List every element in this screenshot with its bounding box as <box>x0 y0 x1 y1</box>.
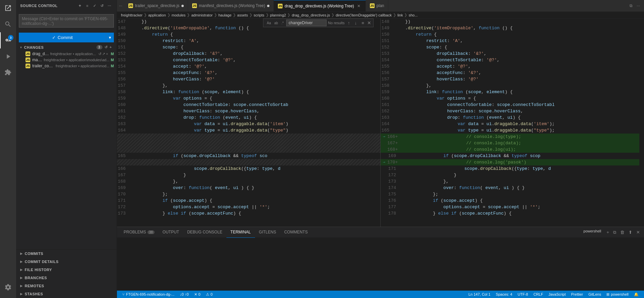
commit-button[interactable]: ✓ Commit <box>19 33 106 42</box>
breadcrumb-part-8[interactable]: drag_drop_directives.js <box>292 13 330 17</box>
notification-status[interactable]: 🔔 <box>631 291 641 298</box>
encoding-status[interactable]: UTF-8 <box>515 291 531 298</box>
branch-status[interactable]: ⑂ FTGEN-695-notification-dg-... <box>120 291 177 298</box>
terminal-status[interactable]: ⊞ powershell <box>604 291 631 298</box>
close-panel-icon[interactable]: ✕ <box>635 229 641 236</box>
breadcrumb-part-10[interactable]: link <box>397 13 403 17</box>
stage-file-icon-1[interactable]: + <box>106 52 108 56</box>
code-line: 171 if (scope.accept) { <box>117 197 380 204</box>
warning-icon: ⚠ <box>206 292 209 297</box>
sidebar-header: SOURCE CONTROL ✦ ≡ ✓ ↺ ··· <box>16 0 117 11</box>
extensions-activity-icon[interactable] <box>0 65 16 81</box>
left-code-scroll[interactable]: 147 }) 148 .directive('itemDroppable', f… <box>117 18 380 227</box>
warnings-status[interactable]: ⚠ 0 <box>203 291 215 298</box>
tab-modified-dot-2 <box>267 5 269 7</box>
open-file-icon-1[interactable]: ↗ <box>102 52 105 56</box>
tab-plan[interactable]: JS plan <box>366 0 389 12</box>
match-word-btn[interactable]: ab <box>273 21 280 26</box>
errors-status[interactable]: ✕ 0 <box>191 291 203 298</box>
code-line-hatch <box>117 140 380 146</box>
right-code-scroll[interactable]: 148 }) 149 .directive('itemDroppable', f… <box>381 18 644 227</box>
breadcrumb-part-7[interactable]: planning2 <box>270 13 286 17</box>
js-file-icon-3: JS <box>26 64 30 68</box>
more-icon[interactable]: ··· <box>106 3 113 9</box>
eol-status[interactable]: CRLF <box>531 291 546 298</box>
cursor-position[interactable]: Ln 147, Col 1 <box>466 291 493 298</box>
remotes-header[interactable]: ▶ REMOTES <box>16 282 117 290</box>
find-close-btn[interactable]: ✕ <box>367 20 371 26</box>
commits-header[interactable]: ▶ COMMITS <box>16 250 117 258</box>
breadcrumb-part-3[interactable]: administrator <box>191 13 213 17</box>
changes-header[interactable]: ▾ Changes 3 ↺ + <box>16 44 117 51</box>
breadcrumb-part-11[interactable]: sho... <box>409 13 418 17</box>
breadcrumb-part-0[interactable]: freighttracker <box>121 13 142 17</box>
commit-message-input[interactable] <box>19 14 114 28</box>
branch-name: FTGEN-695-notification-dg-... <box>126 292 174 296</box>
more-tabs-icon[interactable]: ··· <box>635 3 641 9</box>
find-toggle-btn[interactable]: ≡ <box>360 20 366 26</box>
file-badge-3: M <box>111 64 114 68</box>
split-terminal-icon[interactable]: ⧉ <box>612 229 617 236</box>
breadcrumb-part-1[interactable]: application <box>148 13 166 17</box>
breadcrumb-part-5[interactable]: assets <box>237 13 248 17</box>
discard-changes-icon[interactable]: ↺ <box>104 45 109 49</box>
gitlens-status[interactable]: GitLens <box>586 291 604 298</box>
right-scrollbar[interactable] <box>639 18 644 227</box>
file-item-manifest[interactable]: JS manifest_directives.js freighttracker… <box>16 57 117 63</box>
tab-debug-console[interactable]: DEBUG CONSOLE <box>183 227 226 238</box>
file-history-header[interactable]: ▶ FILE HISTORY <box>16 266 117 274</box>
tab-trailer-space[interactable]: JS trailer_space_directive.js <box>124 0 188 12</box>
stashes-label: STASHES <box>25 292 43 296</box>
breadcrumb-part-9[interactable]: directive('itemDraggable') callback <box>336 13 392 17</box>
revert-file-icon-1[interactable]: ↺ <box>98 52 101 56</box>
breadcrumb-part-4[interactable]: haulage <box>218 13 231 17</box>
tab-comments[interactable]: COMMENTS <box>280 227 312 238</box>
run-activity-icon[interactable] <box>0 48 16 65</box>
tab-output[interactable]: OUTPUT <box>159 227 183 238</box>
tab-terminal[interactable]: TERMINAL <box>226 227 255 238</box>
kill-terminal-icon[interactable]: 🗑 <box>619 229 626 236</box>
list-view-icon[interactable]: ≡ <box>84 3 90 9</box>
source-control-activity-icon[interactable]: 3 <box>0 32 16 48</box>
find-input[interactable] <box>286 20 327 26</box>
bottom-tabs: PROBLEMS 38 OUTPUT DEBUG CONSOLE TERMINA… <box>117 227 644 238</box>
file-item-drag-drop[interactable]: JS drag_drop_directives.js freighttracke… <box>16 51 117 57</box>
tab-problems[interactable]: PROBLEMS 38 <box>120 227 159 238</box>
breadcrumb-part-6[interactable]: scripts <box>254 13 264 17</box>
code-line-added: 168+ // console.log(ui); <box>381 146 644 153</box>
prettier-status[interactable]: Prettier <box>568 291 586 298</box>
stashes-header[interactable]: ▶ STASHES <box>16 290 117 298</box>
tab-overflow-icon[interactable]: ··· <box>117 3 124 8</box>
code-line-hatch <box>117 146 380 153</box>
discard-all-icon[interactable]: ✓ <box>92 3 98 9</box>
refresh-icon[interactable]: ↺ <box>99 3 105 9</box>
sync-status[interactable]: ↓0 ↑0 <box>177 291 191 298</box>
sync-icon: ↓0 ↑0 <box>180 292 188 296</box>
commit-details-header[interactable]: ▶ COMMIT DETAILS <box>16 258 117 266</box>
split-editor-icon[interactable]: ⧉ <box>628 3 634 9</box>
new-terminal-icon[interactable]: + <box>605 229 610 236</box>
branches-header[interactable]: ▶ BRANCHES <box>16 274 117 282</box>
breadcrumb-part-2[interactable]: modules <box>172 13 186 17</box>
search-activity-icon[interactable] <box>0 16 16 32</box>
file-item-trailer[interactable]: JS trailer_common_directives.js freightt… <box>16 63 117 69</box>
language-status[interactable]: JavaScript <box>546 291 568 298</box>
tab-drag-drop[interactable]: JS drag_drop_directives.js (Working Tree… <box>274 0 366 12</box>
match-case-btn[interactable]: Aa <box>265 21 272 26</box>
terminal-content[interactable] <box>117 238 644 291</box>
tab-manifest[interactable]: JS manifest_directives.js (Working Tree) <box>188 0 274 12</box>
regex-btn[interactable]: .* <box>280 21 285 26</box>
commit-dropdown-button[interactable]: ▾ <box>106 33 114 42</box>
code-line: 176 if (scope.accept) { <box>381 197 644 204</box>
indent-status[interactable]: Spaces: 4 <box>493 291 515 298</box>
find-prev-btn[interactable]: ↑ <box>346 20 352 26</box>
changes-label: Changes <box>24 45 44 49</box>
maximize-panel-icon[interactable]: ⬆ <box>627 229 634 236</box>
stage-changes-icon[interactable]: + <box>109 45 113 49</box>
find-next-btn[interactable]: ↓ <box>353 20 359 26</box>
explorer-activity-icon[interactable] <box>0 0 16 16</box>
stage-all-icon[interactable]: ✦ <box>77 3 83 9</box>
tab-gitlens[interactable]: GITLENS <box>255 227 280 238</box>
tab-close-3[interactable]: ✕ <box>356 3 361 9</box>
settings-activity-icon[interactable] <box>0 279 16 295</box>
